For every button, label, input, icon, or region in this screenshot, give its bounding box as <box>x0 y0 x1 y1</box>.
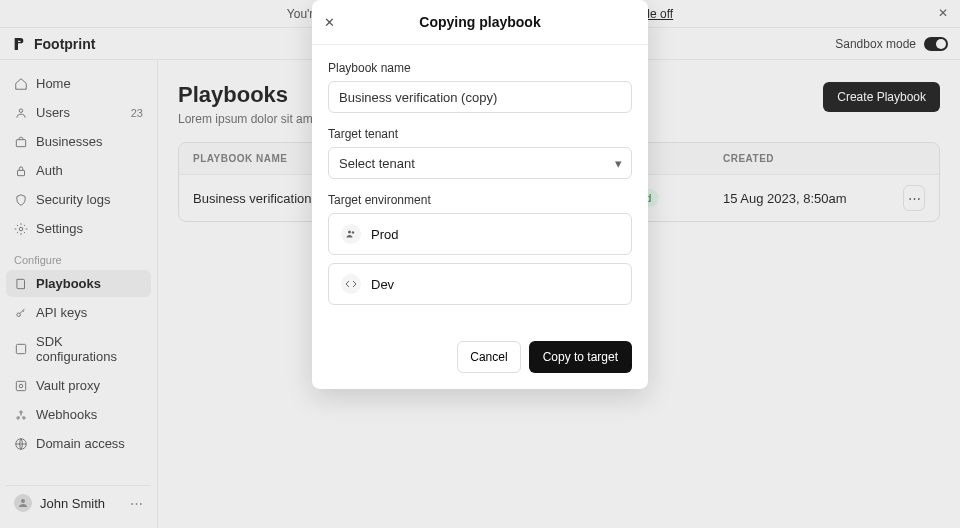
playbook-name-label: Playbook name <box>328 61 632 75</box>
target-env-label: Target environment <box>328 193 632 207</box>
users-icon <box>341 224 361 244</box>
env-option-prod[interactable]: Prod <box>328 213 632 255</box>
env-option-label: Dev <box>371 277 394 292</box>
code-icon <box>341 274 361 294</box>
target-tenant-select[interactable] <box>328 147 632 179</box>
playbook-name-input[interactable] <box>328 81 632 113</box>
cancel-button[interactable]: Cancel <box>457 341 520 373</box>
copy-to-target-button[interactable]: Copy to target <box>529 341 632 373</box>
close-icon[interactable]: ✕ <box>324 15 335 30</box>
target-tenant-label: Target tenant <box>328 127 632 141</box>
svg-point-14 <box>352 231 354 233</box>
copy-playbook-modal: ✕ Copying playbook Playbook name Target … <box>312 0 648 389</box>
modal-title: Copying playbook <box>328 14 632 30</box>
env-option-dev[interactable]: Dev <box>328 263 632 305</box>
svg-point-13 <box>348 231 351 234</box>
env-option-label: Prod <box>371 227 398 242</box>
modal-overlay: ✕ Copying playbook Playbook name Target … <box>0 0 960 528</box>
